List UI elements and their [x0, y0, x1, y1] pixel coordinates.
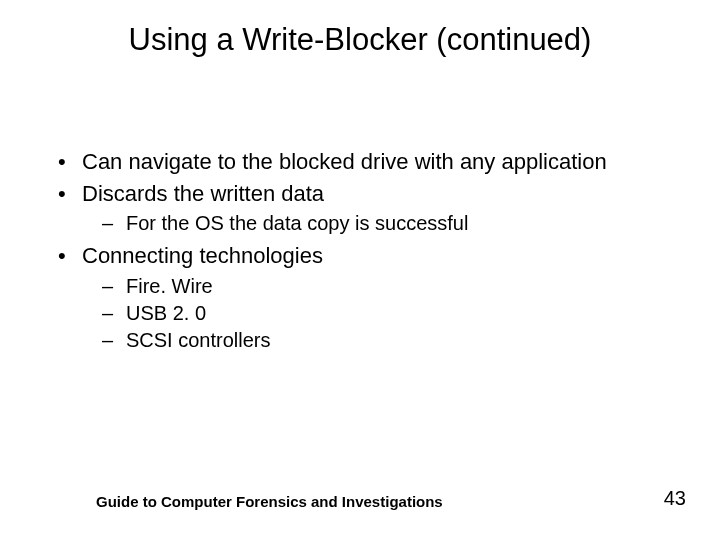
bullet-text: Connecting technologies: [82, 243, 323, 268]
slide-body: Can navigate to the blocked drive with a…: [54, 148, 680, 359]
sub-bullet-item: For the OS the data copy is successful: [82, 211, 680, 236]
sub-bullet-item: SCSI controllers: [82, 328, 680, 353]
bullet-item: Discards the written data For the OS the…: [54, 180, 680, 237]
sub-bullet-list: For the OS the data copy is successful: [82, 211, 680, 236]
bullet-text: Discards the written data: [82, 181, 324, 206]
slide: Using a Write-Blocker (continued) Can na…: [0, 0, 720, 540]
slide-title: Using a Write-Blocker (continued): [0, 22, 720, 58]
bullet-item: Connecting technologies Fire. Wire USB 2…: [54, 242, 680, 353]
sub-bullet-list: Fire. Wire USB 2. 0 SCSI controllers: [82, 274, 680, 353]
bullet-list: Can navigate to the blocked drive with a…: [54, 148, 680, 353]
sub-bullet-text: SCSI controllers: [126, 329, 271, 351]
sub-bullet-item: USB 2. 0: [82, 301, 680, 326]
sub-bullet-text: Fire. Wire: [126, 275, 213, 297]
sub-bullet-item: Fire. Wire: [82, 274, 680, 299]
page-number: 43: [664, 487, 686, 510]
footer-text: Guide to Computer Forensics and Investig…: [96, 493, 443, 510]
sub-bullet-text: For the OS the data copy is successful: [126, 212, 468, 234]
sub-bullet-text: USB 2. 0: [126, 302, 206, 324]
bullet-item: Can navigate to the blocked drive with a…: [54, 148, 680, 176]
bullet-text: Can navigate to the blocked drive with a…: [82, 149, 607, 174]
